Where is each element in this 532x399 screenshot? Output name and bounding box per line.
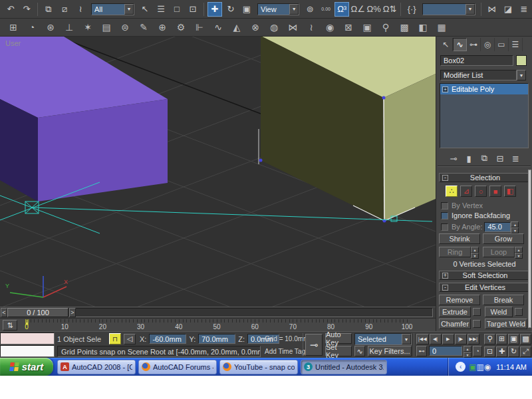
vertex-dot[interactable]: [259, 159, 263, 162]
selection-filter-dropdown[interactable]: All ▼: [91, 3, 134, 15]
track-bar[interactable]: ⇅ 0102030405060708090100: [0, 318, 436, 331]
expand-icon[interactable]: +: [442, 273, 448, 279]
select-and-move-icon[interactable]: ✚: [207, 2, 222, 17]
extrude-settings-button[interactable]: [473, 308, 481, 316]
shrink-button[interactable]: Shrink: [439, 233, 480, 244]
toolbar-tool-icon[interactable]: ⊜: [116, 20, 134, 35]
toolbar-tool-icon[interactable]: ⚙: [172, 20, 190, 35]
x-coordinate-field[interactable]: -60.0mm: [149, 334, 186, 344]
olive-box-right-face[interactable]: [384, 74, 436, 221]
remove-button[interactable]: Remove: [439, 295, 480, 305]
previous-frame-button[interactable]: ◀|: [430, 334, 442, 344]
selection-lock-toggle[interactable]: ⊓: [109, 333, 121, 344]
break-button[interactable]: Break: [483, 295, 524, 305]
edit-vertices-rollout-header[interactable]: - Edit Vertices: [439, 283, 529, 292]
toolbar-tool-icon[interactable]: ⊥: [61, 20, 78, 35]
spinner-snap-toggle-icon[interactable]: Ω⇅: [382, 2, 397, 17]
tab-hierarchy[interactable]: ⊶: [467, 38, 481, 51]
toolbar-tool-icon[interactable]: ✎: [135, 20, 152, 35]
key-filters-button[interactable]: Key Filters...: [368, 346, 412, 356]
tab-modify[interactable]: ∿: [453, 38, 467, 51]
dropdown-arrow-icon[interactable]: ▼: [124, 4, 134, 15]
dropdown-arrow-icon[interactable]: ▼: [289, 4, 299, 15]
tab-create[interactable]: ↖: [439, 38, 453, 51]
select-and-rotate-icon[interactable]: ↻: [223, 2, 238, 17]
maxscript-mini-listener-pink[interactable]: [0, 332, 55, 344]
toolbar-tool-icon[interactable]: ▣: [358, 20, 376, 35]
go-to-end-button[interactable]: ▶▶|: [467, 334, 480, 344]
remove-modifier-icon[interactable]: ⊟: [493, 151, 507, 166]
toolbar-tool-icon[interactable]: ∿: [209, 20, 227, 35]
spinner-up-icon[interactable]: ▴: [464, 346, 471, 352]
toolbar-tool-icon[interactable]: ◧: [414, 20, 432, 35]
toolbar-tool-icon[interactable]: ⊠: [340, 20, 357, 35]
ring-button[interactable]: Ring: [439, 247, 471, 257]
track-bar-ruler[interactable]: 0102030405060708090100: [0, 319, 436, 332]
spinner-down-icon[interactable]: ▾: [464, 352, 471, 358]
tab-motion[interactable]: ◎: [481, 38, 495, 51]
toolbar-tool-icon[interactable]: ✶: [79, 20, 96, 35]
toolbar-tool-icon[interactable]: ⋈: [284, 20, 301, 35]
ring-spinner[interactable]: ▴▾: [471, 247, 479, 257]
zoom-extents-icon[interactable]: ▣: [508, 334, 519, 344]
zoom-extents-all-icon[interactable]: ▩: [520, 334, 531, 344]
vertex-mode-icon[interactable]: ∴: [446, 186, 458, 197]
next-frame-arrow[interactable]: >: [69, 308, 76, 317]
rectangular-selection-region-icon[interactable]: □: [170, 2, 184, 17]
redo-icon[interactable]: ↷: [19, 2, 34, 17]
reference-coordinate-dropdown[interactable]: View ▼: [257, 3, 299, 15]
auto-key-button[interactable]: Auto Key: [325, 333, 352, 344]
time-slider-handle[interactable]: 0 / 100: [7, 308, 68, 317]
frame-spinner[interactable]: ▴▾: [464, 346, 471, 356]
grow-button[interactable]: Grow: [483, 233, 524, 244]
weld-settings-button[interactable]: [515, 308, 523, 316]
viewport-canvas[interactable]: X Y: [0, 37, 436, 307]
start-button[interactable]: start: [0, 358, 53, 376]
olive-box[interactable]: [259, 37, 436, 223]
default-tangent-icon[interactable]: ∿: [354, 346, 365, 356]
toolbar-tool-icon[interactable]: ◍: [265, 20, 283, 35]
previous-frame-arrow[interactable]: <: [1, 308, 7, 317]
tray-app-icon[interactable]: ▣: [469, 362, 476, 372]
maxscript-mini-listener-white[interactable]: [0, 345, 55, 357]
ignore-backfacing-checkbox[interactable]: [441, 212, 448, 219]
collapse-icon[interactable]: -: [442, 285, 448, 291]
expand-icon[interactable]: +: [442, 86, 448, 92]
select-and-scale-icon[interactable]: ▣: [239, 2, 254, 17]
absolute-mode-toggle[interactable]: ◁: [124, 334, 136, 344]
network-tray-icon[interactable]: ▥: [477, 362, 484, 372]
unlink-selection-icon[interactable]: ⧄: [57, 2, 72, 17]
angle-snap-toggle-icon[interactable]: Ω∠: [350, 2, 365, 17]
add-time-tag[interactable]: Add Time Tag: [265, 348, 305, 355]
border-mode-icon[interactable]: ○: [475, 186, 487, 197]
zoom-region-icon[interactable]: ⊡: [484, 346, 495, 357]
percent-snap-toggle-icon[interactable]: Ω%: [366, 2, 381, 17]
toolbar-tool-icon[interactable]: ⊕: [154, 20, 171, 35]
zoom-all-icon[interactable]: ⊞: [496, 334, 507, 344]
select-object-icon[interactable]: ↖: [138, 2, 152, 17]
key-mode-toggle[interactable]: ⊷: [416, 346, 427, 356]
by-angle-value-field[interactable]: 45.0: [484, 222, 511, 232]
tray-app-icon[interactable]: ◉: [484, 362, 491, 372]
show-end-result-icon[interactable]: ▮: [462, 151, 475, 166]
use-pivot-point-center-icon[interactable]: ⊚: [303, 2, 317, 17]
loop-button[interactable]: Loop: [483, 247, 515, 257]
taskbar-window-button[interactable]: AAutoCAD 2008 - [C:\...: [57, 360, 136, 374]
target-weld-button[interactable]: Target Weld: [485, 319, 527, 329]
weld-button[interactable]: Weld: [485, 307, 513, 317]
toolbar-tool-icon[interactable]: ⊛: [42, 20, 59, 35]
by-angle-spinner[interactable]: ▴▾: [511, 221, 519, 232]
select-and-link-icon[interactable]: ⧉: [41, 2, 56, 17]
toolbar-tool-icon[interactable]: ◉: [321, 20, 338, 35]
spinner-up-icon[interactable]: ▴: [511, 221, 519, 227]
toolbar-tool-icon[interactable]: ⊩: [191, 20, 208, 35]
loop-spinner[interactable]: ▴▾: [515, 247, 523, 257]
current-frame-field[interactable]: 0: [429, 346, 462, 356]
user-viewport[interactable]: X Y User: [0, 37, 436, 307]
by-vertex-checkbox[interactable]: [441, 202, 448, 209]
spinner-down-icon[interactable]: ▾: [471, 253, 479, 259]
toolbar-tool-icon[interactable]: ⊗: [247, 20, 264, 35]
dropdown-arrow-icon[interactable]: ▼: [517, 70, 526, 80]
chamfer-button[interactable]: Chamfer: [439, 319, 471, 329]
toolbar-tool-icon[interactable]: ◭: [228, 20, 245, 35]
